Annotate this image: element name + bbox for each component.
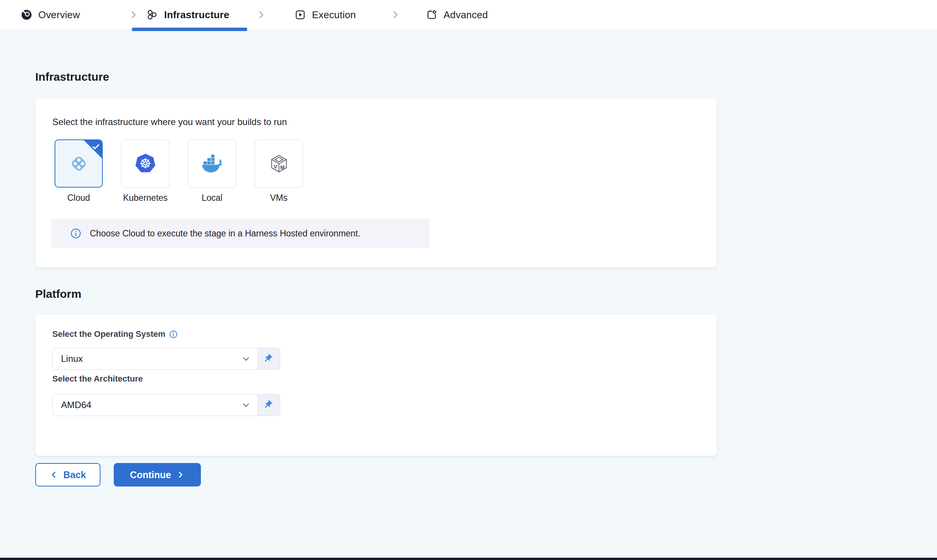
tab-overview-label: Overview xyxy=(38,9,80,21)
architecture-pin-button[interactable] xyxy=(255,394,280,416)
tab-execution-label: Execution xyxy=(312,9,356,21)
stage-tabbar: Overview Infrastructure xyxy=(0,0,937,30)
chevron-left-icon xyxy=(50,471,58,479)
infrastructure-icon xyxy=(147,9,158,20)
architecture-select-value: AMD64 xyxy=(61,400,91,410)
tab-advanced-label: Advanced xyxy=(443,9,488,21)
os-field-label: Select the Operating System xyxy=(52,329,178,339)
architecture-field-label-text: Select the Architecture xyxy=(52,374,143,384)
tab-overview[interactable]: Overview xyxy=(21,0,80,30)
os-field-label-text: Select the Operating System xyxy=(52,329,165,339)
tile-label: VMs xyxy=(270,193,288,203)
vm-cube-icon: V M xyxy=(269,154,289,174)
os-info-icon[interactable] xyxy=(169,330,178,339)
overview-icon xyxy=(21,9,32,20)
cloud-info-message: Choose Cloud to execute the stage in a H… xyxy=(90,228,360,239)
os-pin-button[interactable] xyxy=(255,348,280,370)
chevron-right-separator-icon xyxy=(128,10,138,20)
tab-advanced[interactable]: Advanced xyxy=(426,0,488,30)
infrastructure-section-heading: Infrastructure xyxy=(35,70,109,83)
stage-config-page: Overview Infrastructure xyxy=(0,0,937,560)
tile-label: Cloud xyxy=(67,193,90,203)
chevron-right-icon xyxy=(176,471,185,479)
back-button[interactable]: Back xyxy=(35,463,100,486)
continue-button-label: Continue xyxy=(130,469,171,480)
tile-label: Kubernetes xyxy=(123,193,168,203)
chevron-down-icon xyxy=(241,400,251,410)
platform-card: Select the Operating System Linux xyxy=(35,315,717,456)
tab-infrastructure[interactable]: Infrastructure xyxy=(147,0,229,30)
kubernetes-icon: ☸ xyxy=(135,153,157,174)
chevron-right-separator-icon xyxy=(390,10,400,20)
chevron-right-separator-icon xyxy=(256,10,266,20)
os-select-value: Linux xyxy=(61,354,83,364)
tab-infrastructure-label: Infrastructure xyxy=(164,9,229,21)
pin-icon xyxy=(262,400,273,410)
tab-execution[interactable]: Execution xyxy=(295,0,356,30)
infrastructure-prompt: Select the infrastructure where you want… xyxy=(52,117,287,127)
infra-option-kubernetes-tile[interactable]: ☸ xyxy=(121,139,169,188)
active-tab-underline xyxy=(132,28,247,31)
back-button-label: Back xyxy=(63,469,86,480)
infra-option-local-tile[interactable] xyxy=(188,139,236,188)
bottom-canvas-strip xyxy=(0,558,937,560)
execution-icon xyxy=(295,9,306,20)
infra-option-vms-tile[interactable]: V M xyxy=(255,139,303,188)
architecture-field-label: Select the Architecture xyxy=(52,374,143,384)
svg-text:M: M xyxy=(280,164,285,171)
advanced-gear-icon xyxy=(426,9,437,20)
pin-icon xyxy=(262,354,273,364)
tile-label: Local xyxy=(202,193,222,203)
os-select[interactable]: Linux xyxy=(52,348,258,370)
infrastructure-options: Cloud ☸ Kubernetes xyxy=(55,139,303,203)
infra-option-cloud-tile[interactable] xyxy=(55,139,103,188)
cloud-info-banner: Choose Cloud to execute the stage in a H… xyxy=(51,219,429,248)
svg-text:V: V xyxy=(273,164,277,170)
platform-section-heading: Platform xyxy=(35,288,81,300)
info-icon xyxy=(70,228,81,239)
chevron-down-icon xyxy=(241,354,251,364)
infra-option-vms: V M VMs xyxy=(255,139,303,203)
architecture-select[interactable]: AMD64 xyxy=(52,394,258,416)
infrastructure-card: Select the infrastructure where you want… xyxy=(35,99,717,267)
infra-option-local: Local xyxy=(188,139,236,203)
docker-whale-icon xyxy=(201,154,223,173)
continue-button[interactable]: Continue xyxy=(114,463,201,486)
selected-check-icon xyxy=(91,142,100,151)
infra-option-kubernetes: ☸ Kubernetes xyxy=(121,139,169,203)
infra-option-cloud: Cloud xyxy=(55,139,103,203)
